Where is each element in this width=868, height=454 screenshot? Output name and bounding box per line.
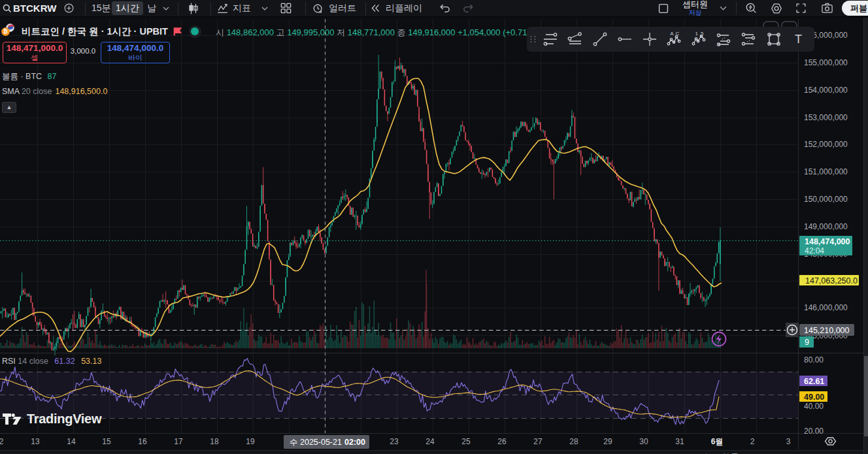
svg-text:151,000,000: 151,000,000	[804, 167, 848, 176]
svg-text:2: 2	[0, 437, 4, 446]
svg-text:148,474,000: 148,474,000	[805, 237, 850, 246]
svg-text:31: 31	[675, 437, 684, 446]
svg-text:18: 18	[210, 437, 219, 446]
svg-text:145,210,000: 145,210,000	[804, 326, 850, 335]
svg-text:40.00: 40.00	[804, 402, 824, 411]
svg-text:16: 16	[138, 437, 147, 446]
svg-text:152,000,000: 152,000,000	[804, 140, 848, 149]
svg-text:C: C	[676, 31, 680, 37]
svg-text:수 2025-05-21: 수 2025-05-21	[290, 438, 342, 447]
svg-text:147,063,250.0: 147,063,250.0	[805, 276, 858, 285]
svg-text:15: 15	[102, 437, 111, 446]
svg-text:1: 1	[695, 31, 699, 37]
svg-text:26: 26	[497, 437, 507, 446]
svg-text:30: 30	[639, 437, 648, 446]
svg-text:149,000,000: 149,000,000	[804, 222, 848, 231]
svg-text:6월: 6월	[711, 437, 724, 446]
svg-text:27: 27	[533, 437, 542, 446]
svg-text:28: 28	[569, 437, 578, 446]
svg-text:2: 2	[750, 437, 755, 446]
svg-text:150,000,000: 150,000,000	[804, 195, 848, 204]
svg-text:155,000,000: 155,000,000	[804, 58, 848, 67]
svg-text:23: 23	[390, 437, 399, 446]
svg-text:154,000,000: 154,000,000	[804, 86, 848, 95]
svg-text:13: 13	[31, 437, 40, 446]
svg-text:3: 3	[786, 437, 791, 446]
svg-text:17: 17	[174, 437, 183, 446]
svg-text:49.00: 49.00	[804, 393, 824, 402]
svg-text:80.00: 80.00	[804, 355, 824, 365]
svg-text:146,000,000: 146,000,000	[804, 303, 848, 312]
svg-text:29: 29	[603, 437, 612, 446]
svg-text:153,000,000: 153,000,000	[804, 113, 848, 122]
svg-text:19: 19	[246, 437, 255, 446]
svg-text:14: 14	[67, 437, 76, 446]
svg-text:42:04: 42:04	[805, 246, 824, 255]
svg-text:24: 24	[426, 437, 435, 446]
svg-text:25: 25	[461, 437, 471, 446]
svg-text:T: T	[795, 33, 802, 46]
svg-text:20.00: 20.00	[804, 427, 824, 436]
svg-text:5: 5	[701, 31, 704, 37]
svg-text:9: 9	[805, 338, 809, 347]
svg-text:62.61: 62.61	[804, 377, 824, 386]
svg-text:A: A	[670, 31, 674, 37]
svg-text:02:00: 02:00	[344, 438, 365, 447]
